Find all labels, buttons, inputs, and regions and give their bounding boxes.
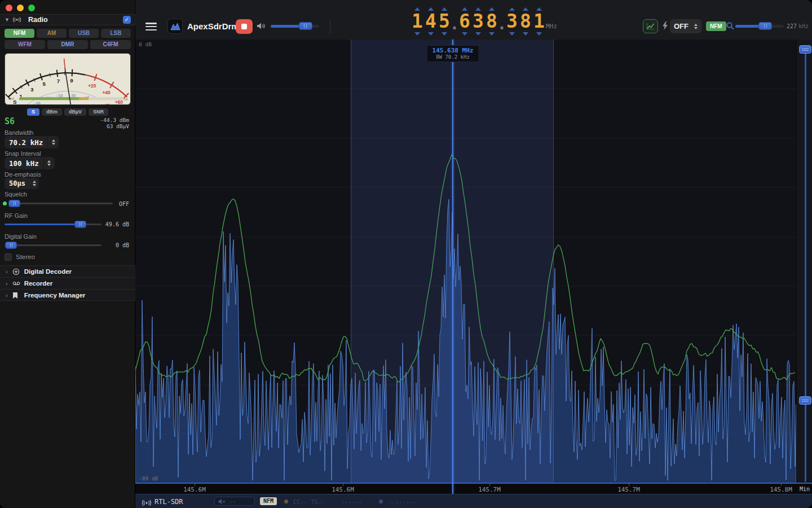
frequency-digit[interactable]: 6 bbox=[458, 7, 471, 36]
snap-interval-label: Snap Interval bbox=[5, 150, 41, 157]
frequency-digit[interactable]: 8 bbox=[485, 7, 498, 36]
spectrum-view-button[interactable] bbox=[643, 19, 658, 33]
minimize-button[interactable] bbox=[17, 5, 24, 11]
sidebar: ▼ Radio ✓ NFMAMUSBLSB WFMDMRC4FM S13579+… bbox=[0, 0, 135, 508]
rf-gain-label: RF Gain bbox=[5, 212, 28, 219]
range-max-handle[interactable] bbox=[799, 45, 811, 54]
mode-button-usb[interactable]: USB bbox=[69, 29, 99, 38]
menu-icon[interactable] bbox=[145, 23, 157, 30]
axis-label: 145.6M bbox=[183, 486, 206, 493]
select-arrows-icon bbox=[30, 177, 39, 190]
mode-button-nfm[interactable]: NFM bbox=[5, 29, 34, 38]
signal-s-value: S6 bbox=[5, 116, 15, 126]
mode-button-lsb[interactable]: LSB bbox=[101, 29, 131, 38]
stepper-arrows-icon[interactable] bbox=[47, 136, 59, 148]
frequency-separator: . bbox=[498, 13, 505, 36]
digit-down-icon[interactable] bbox=[414, 32, 420, 36]
antenna-icon bbox=[142, 498, 151, 508]
rf-gain-slider-handle[interactable] bbox=[74, 221, 86, 228]
digit-down-icon[interactable] bbox=[536, 32, 542, 36]
bolt-icon[interactable] bbox=[662, 21, 668, 32]
audio-status-box[interactable]: -- bbox=[214, 497, 255, 506]
status-dot-icon bbox=[284, 500, 288, 503]
app-window: ▼ Radio ✓ NFMAMUSBLSB WFMDMRC4FM S13579+… bbox=[0, 0, 812, 508]
stop-button[interactable] bbox=[236, 19, 253, 34]
recorder-icon bbox=[12, 280, 20, 287]
window-controls bbox=[6, 5, 35, 11]
svg-text:dB: dB bbox=[104, 103, 109, 104]
volume-slider-handle[interactable] bbox=[299, 22, 312, 30]
svg-text:3: 3 bbox=[30, 86, 34, 93]
range-min-handle[interactable] bbox=[799, 396, 811, 405]
axis-label: 145.8M bbox=[770, 486, 792, 493]
meter-unit-buttons: SdBmdBµVSNR bbox=[0, 108, 135, 116]
digit-down-icon[interactable] bbox=[428, 32, 434, 36]
zoom-slider-handle[interactable] bbox=[758, 22, 772, 30]
mode-button-c4fm[interactable]: C4FM bbox=[90, 40, 131, 49]
status-bar: RTL-SDR -- NFM CC:- TG:- ------ --:--:-- bbox=[135, 494, 812, 508]
frequency-unit: MHz bbox=[546, 23, 557, 30]
chart-icon bbox=[646, 23, 655, 30]
meter-unit-button-dbµv[interactable]: dBµV bbox=[64, 108, 86, 116]
sidebar-section-recorder[interactable]: › Recorder bbox=[0, 277, 135, 289]
bookmark-icon bbox=[12, 292, 20, 299]
signal-dbm-value: -44.3 dBm bbox=[100, 117, 129, 123]
frequency-digit[interactable]: 5 bbox=[438, 7, 451, 36]
stepper-arrows-icon[interactable] bbox=[43, 157, 55, 169]
digital-gain-slider[interactable] bbox=[5, 244, 102, 246]
deemphasis-select[interactable]: 50µs bbox=[5, 178, 39, 189]
digit-down-icon[interactable] bbox=[509, 32, 515, 36]
mode-button-wfm[interactable]: WFM bbox=[5, 40, 45, 49]
speaker-icon bbox=[257, 22, 266, 32]
maximize-button[interactable] bbox=[28, 5, 35, 11]
mode-button-dmr[interactable]: DMR bbox=[47, 40, 88, 49]
range-min-label: Min bbox=[800, 486, 810, 492]
status-cc-tg: CC:- TG:- bbox=[293, 498, 325, 505]
squelch-slider[interactable] bbox=[9, 203, 113, 204]
stereo-checkbox[interactable] bbox=[5, 253, 12, 261]
digit-down-icon[interactable] bbox=[489, 32, 495, 36]
svg-text:7: 7 bbox=[57, 78, 60, 84]
digit-down-icon[interactable] bbox=[475, 32, 481, 36]
digit-down-icon[interactable] bbox=[523, 32, 528, 36]
range-slider-track[interactable] bbox=[805, 47, 806, 482]
meter-unit-button-snr[interactable]: SNR bbox=[89, 108, 108, 116]
squelch-slider-handle[interactable] bbox=[8, 200, 20, 207]
frequency-digit[interactable]: 1 bbox=[411, 7, 424, 36]
recording-select[interactable]: OFF bbox=[670, 19, 701, 33]
meter-unit-button-dbm[interactable]: dBm bbox=[42, 108, 62, 116]
spectrum-display[interactable]: 0 dB -89 dB bbox=[135, 40, 796, 484]
sidebar-section-frequency-manager[interactable]: › Frequency Manager bbox=[0, 289, 135, 301]
radio-panel-header[interactable]: ▼ Radio ✓ bbox=[0, 14, 135, 25]
svg-text:+40: +40 bbox=[102, 90, 110, 95]
db-scale-top: 0 dB bbox=[139, 41, 152, 47]
stop-icon bbox=[241, 24, 247, 29]
app-title: ApexSdrDrm bbox=[187, 21, 239, 31]
frequency-digit[interactable]: 1 bbox=[532, 7, 546, 36]
tuning-line[interactable] bbox=[452, 40, 453, 494]
digital-gain-slider-handle[interactable] bbox=[5, 242, 17, 249]
frequency-digit[interactable]: 3 bbox=[471, 7, 485, 36]
frequency-digit[interactable]: 3 bbox=[505, 7, 519, 36]
meter-unit-button-s[interactable]: S bbox=[27, 108, 39, 116]
svg-text:+20: +20 bbox=[88, 83, 96, 89]
tooltip-frequency: 145.638 MHz bbox=[433, 47, 474, 54]
snap-interval-stepper[interactable]: 100 kHz bbox=[5, 157, 55, 169]
tuning-tooltip: 145.638 MHz BW 70.2 kHz bbox=[427, 45, 479, 62]
close-button[interactable] bbox=[6, 5, 12, 11]
frequency-display[interactable]: 145.638.381 bbox=[411, 7, 546, 36]
radio-enabled-checkbox[interactable]: ✓ bbox=[123, 16, 131, 24]
sidebar-section-digital-decoder[interactable]: › Digital Decoder bbox=[0, 265, 135, 277]
antenna-icon bbox=[13, 16, 21, 24]
source-name: RTL-SDR bbox=[155, 498, 183, 506]
frequency-digit[interactable]: 4 bbox=[424, 7, 438, 36]
magnifier-icon bbox=[726, 22, 734, 32]
mode-badge: NFM bbox=[706, 21, 726, 31]
bandwidth-stepper[interactable]: 70.2 kHz bbox=[5, 136, 59, 148]
frequency-digit[interactable]: 8 bbox=[519, 7, 532, 36]
squelch-label: Squelch bbox=[5, 191, 27, 198]
signal-meter: S13579+20+40+60dB-110-90-70-50-30-10dBm0… bbox=[5, 53, 131, 105]
digit-down-icon[interactable] bbox=[462, 32, 467, 36]
mode-button-am[interactable]: AM bbox=[37, 29, 67, 38]
digit-down-icon[interactable] bbox=[442, 32, 447, 36]
